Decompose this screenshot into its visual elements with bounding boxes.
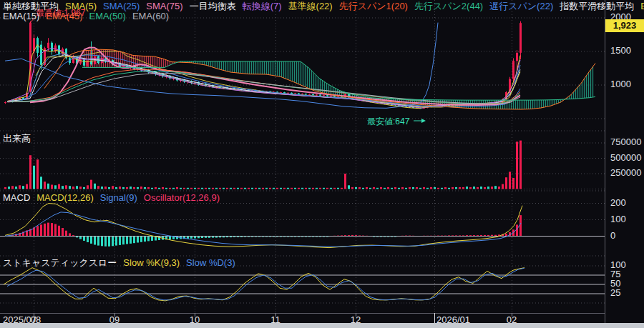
chart-canvas[interactable]: [0, 0, 644, 328]
price-legend-11[interactable]: EMA(10): [640, 1, 644, 11]
price-legend-3[interactable]: SMA(75): [146, 1, 182, 11]
right-price-axis: 2000150010007500005000002500002001000100…: [605, 0, 644, 323]
price-legend-9[interactable]: 遅行スパン(22): [489, 1, 553, 11]
horizontal-scrollbar[interactable]: [0, 323, 644, 328]
macd-legend-0: MACD: [3, 193, 30, 203]
price-legend-0: 単純移動平均: [3, 1, 59, 11]
macd-legend-1[interactable]: MACD(12,26): [36, 193, 93, 203]
price-axis-tick: 1000: [610, 79, 631, 89]
annotation-lowest-price: 最安値:647: [367, 116, 409, 128]
macd-axis-tick: 200: [610, 197, 626, 208]
price-legend2-0[interactable]: EMA(15): [3, 11, 39, 21]
macd-legend-3[interactable]: Oscillator(12,26,9): [144, 193, 220, 203]
current-price-tag: 1,923: [605, 19, 644, 32]
macd-legend-row: MACDMACD(12,26)Signal(9)Oscillator(12,26…: [3, 193, 220, 203]
price-legend-7[interactable]: 先行スパン1(20): [339, 1, 408, 11]
price-axis-tick: 1500: [610, 45, 631, 56]
price-legend2-2[interactable]: EMA(50): [89, 11, 126, 21]
volume-panel-title: 出来高: [3, 132, 31, 145]
stoch-legend-0: ストキャスティックスロー: [3, 258, 117, 268]
price-legend-1[interactable]: SMA(5): [65, 1, 97, 11]
price-legend-row-2: EMA(15)EMA(45)EMA(50)EMA(60): [3, 11, 169, 21]
price-legend2-3[interactable]: EMA(60): [132, 11, 169, 21]
price-legend-10: 指数平滑移動平均: [560, 1, 634, 11]
macd-axis-tick: 100: [610, 214, 626, 224]
price-legend2-1[interactable]: EMA(45): [46, 11, 82, 21]
price-legend-row-1: 単純移動平均SMA(5)SMA(25)SMA(75)一目均衡表転換線(7)基準線…: [3, 1, 644, 11]
price-legend-5[interactable]: 転換線(7): [243, 1, 282, 11]
volume-axis-tick: 250000: [610, 167, 641, 178]
stoch-legend-2[interactable]: Slow %D(3): [186, 258, 235, 268]
stoch-legend-row: ストキャスティックスローSlow %K(9,3)Slow %D(3): [3, 258, 235, 268]
x-axis: 2025/0708091011122026/0102: [0, 313, 644, 323]
volume-axis-tick: 750000: [610, 136, 641, 147]
price-legend-4: 一目均衡表: [190, 1, 236, 11]
volume-axis-tick: 500000: [610, 152, 641, 163]
macd-axis-tick: 0: [610, 230, 615, 241]
price-legend-6[interactable]: 基準線(22): [288, 1, 333, 11]
stoch-legend-1[interactable]: Slow %K(9,3): [123, 258, 180, 268]
macd-legend-2[interactable]: Signal(9): [100, 193, 137, 203]
price-legend-2[interactable]: SMA(25): [103, 1, 140, 11]
stock-chart-app: 単純移動平均SMA(5)SMA(25)SMA(75)一目均衡表転換線(7)基準線…: [0, 0, 644, 328]
stoch-axis-tick: 25: [610, 287, 620, 298]
price-legend-8[interactable]: 先行スパン2(44): [414, 1, 483, 11]
